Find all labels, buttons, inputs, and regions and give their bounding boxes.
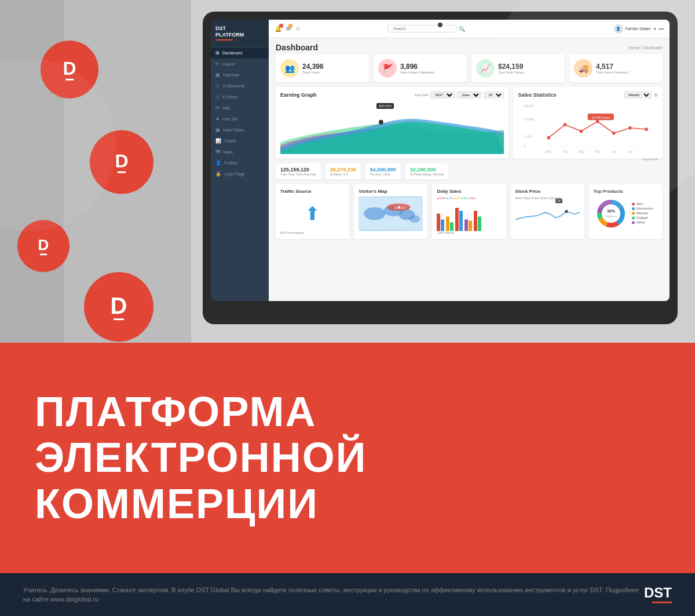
notification-bell[interactable]: 🔔 1 xyxy=(275,25,281,32)
bar-usa-1 xyxy=(437,214,440,231)
sales-period-select[interactable]: Weekly xyxy=(624,91,652,98)
legend-dot-other xyxy=(632,221,635,224)
user-dropdown-icon[interactable]: ▼ xyxy=(653,27,657,31)
sidebar-item-dashboard[interactable]: ⊞ Dashboard xyxy=(211,47,269,58)
orders-number: 3,896 xyxy=(400,63,434,71)
sidebar-label-charts: Charts xyxy=(224,139,236,143)
sidebar-label-datatables: Data Tables xyxy=(223,128,244,132)
svg-text:SAT: SAT xyxy=(628,151,633,153)
traffic-subtitle: 65% Increased xyxy=(280,231,345,234)
top-section: D D D D xyxy=(0,0,695,343)
star-favorite[interactable]: ☆ xyxy=(295,25,301,32)
bar-nz-2 xyxy=(450,222,453,231)
sidebar-item-login[interactable]: 🔒 Login Page xyxy=(211,168,269,179)
earning-graph-area: $20,000 xyxy=(280,102,504,154)
logo-circle-2: D xyxy=(90,130,153,194)
map-area: Russian xyxy=(359,196,423,231)
laptop: DST PLATFORM ⊞ Dashboard xyxy=(203,12,695,343)
donut-chart: 30% Total Items xyxy=(594,196,628,231)
loc-number-1: 125,159,120 xyxy=(280,167,316,173)
heading-line1: ПЛАТФОРМА xyxy=(35,389,660,435)
bar-group-2 xyxy=(446,217,453,231)
svg-text:0: 0 xyxy=(524,145,526,148)
widget-row: Traffic Source ⬆ 65% Increased Visitor's… xyxy=(269,184,670,239)
delivery-number: 4,517 xyxy=(596,63,628,71)
users-number: 24,396 xyxy=(302,63,324,71)
sales-stats-header: Sales Statistics Weekly ⚙ xyxy=(518,91,658,98)
traffic-source-card: Traffic Source ⬆ 65% Increased xyxy=(276,184,349,239)
legend-other: Other xyxy=(632,221,653,224)
datatables-icon: ▦ xyxy=(215,127,220,133)
sidebar-item-ui[interactable]: ◻ UI Elements xyxy=(211,80,269,91)
bar-aus-4 xyxy=(464,219,468,231)
sidebar-item-layout[interactable]: ✏ Layout xyxy=(211,58,269,69)
notification-badge: 1 xyxy=(279,24,283,28)
dashboard-icon: ⊞ xyxy=(215,50,220,56)
loc-number-2: 38,379,230 xyxy=(330,167,356,173)
legend-dot-men xyxy=(632,203,635,206)
year-select[interactable]: 2017 xyxy=(430,91,455,98)
login-icon: 🔒 xyxy=(215,171,221,177)
bar-group-3 xyxy=(455,208,463,231)
user-more-icon[interactable]: ••• xyxy=(659,26,664,31)
sidebar-label-layout: Layout xyxy=(222,62,235,66)
day-select[interactable]: 23 xyxy=(484,91,504,98)
search-input[interactable] xyxy=(387,25,457,32)
stat-delivered: 🚚 4,517 Total Items Delivered xyxy=(569,54,663,82)
maps-icon: 🗺 xyxy=(215,149,220,155)
main-content: 🔔 1 ✉ 3 ☆ xyxy=(269,20,670,301)
camera xyxy=(438,23,442,27)
sales-stats-title: Sales Statistics xyxy=(518,92,556,98)
svg-text:THU: THU xyxy=(595,151,600,153)
sidebar-item-calendar[interactable]: ▦ Calendar xyxy=(211,69,269,80)
sidebar-nav: ⊞ Dashboard ✏ Layout ▦ Calendar xyxy=(211,46,269,181)
sidebar-item-charts[interactable]: 📊 Charts xyxy=(211,135,269,146)
sales-stats-card: Sales Statistics Weekly ⚙ xyxy=(513,87,663,159)
svg-point-9 xyxy=(564,123,567,127)
sidebar-item-mail[interactable]: ✉ mail xyxy=(211,102,269,113)
sidebar-item-maps[interactable]: 🗺 Maps xyxy=(211,146,269,157)
bar-usa-3 xyxy=(455,208,459,231)
stock-sparkline xyxy=(515,200,580,226)
stat-info-delivery: 4,517 Total Items Delivered xyxy=(596,63,628,74)
mail-envelope[interactable]: ✉ 3 xyxy=(286,25,291,32)
sidebar-label-forms: & Forms xyxy=(222,95,237,99)
svg-text:MON: MON xyxy=(546,151,552,153)
logo-circle-1: D xyxy=(41,41,98,98)
total-sell-label: Total Sell xyxy=(414,93,428,97)
bottom-section: ПЛАТФОРМА ЭЛЕКТРОННОЙ КОММЕРЦИИ xyxy=(0,343,695,573)
sidebar: DST PLATFORM ⊞ Dashboard xyxy=(211,20,269,301)
location-stat-3: $4,500,890 Tucson, USA xyxy=(365,163,401,179)
location-stat-4: 32,180,000 St Petersburg, Russia xyxy=(405,163,448,179)
stat-info-orders: 3,896 New Orders Received xyxy=(400,63,434,74)
dst-logo-4: D xyxy=(111,294,127,320)
sidebar-item-profiles[interactable]: 👤 Profiles xyxy=(211,157,269,168)
charts-row: Earning Graph Total Sell 2017 June 23 xyxy=(269,87,670,163)
user-profile[interactable]: 👤 Farhan Salam ▼ ••• xyxy=(614,24,664,34)
traffic-icon-area: ⬆ xyxy=(280,196,345,231)
sidebar-label-mail: mail xyxy=(222,106,230,110)
dst-logo-1: D xyxy=(63,59,76,80)
legend-dot-gadget xyxy=(632,217,635,219)
svg-text:Total Items: Total Items xyxy=(605,215,616,218)
footer-text-content: Учитесь. Делитесь знаниями. Станьте эксп… xyxy=(23,585,644,604)
sidebar-item-datatables[interactable]: ▦ Data Tables xyxy=(211,124,269,135)
bar-group-5 xyxy=(474,211,481,231)
sales-chart-svg: 20,000 10,000 1,000 0 xyxy=(518,102,658,154)
earning-graph-controls: Total Sell 2017 June 23 xyxy=(414,91,504,98)
sidebar-item-forms[interactable]: ◻ & Forms xyxy=(211,91,269,102)
main-heading: ПЛАТФОРМА ЭЛЕКТРОННОЙ КОММЕРЦИИ xyxy=(35,389,660,527)
settings-icon[interactable]: ⚙ xyxy=(654,93,658,98)
loc-label-3: Tucson, USA xyxy=(370,173,396,176)
search-icon[interactable]: 🔍 xyxy=(459,26,465,32)
sidebar-label-login: Login Page xyxy=(224,172,244,176)
heading-line2: ЭЛЕКТРОННОЙ xyxy=(35,435,660,481)
visitors-map-title: Visitor's Map xyxy=(359,189,423,194)
month-select[interactable]: June xyxy=(457,91,481,98)
sidebar-logo-underline xyxy=(215,39,233,41)
sidebar-label-calendar: Calendar xyxy=(223,73,239,77)
sidebar-item-icons[interactable]: ★ Icon Set xyxy=(211,113,269,124)
dst-logo-3: D xyxy=(38,237,49,255)
laptop-outer: DST PLATFORM ⊞ Dashboard xyxy=(203,12,678,324)
bar-ca-1 xyxy=(441,219,444,231)
